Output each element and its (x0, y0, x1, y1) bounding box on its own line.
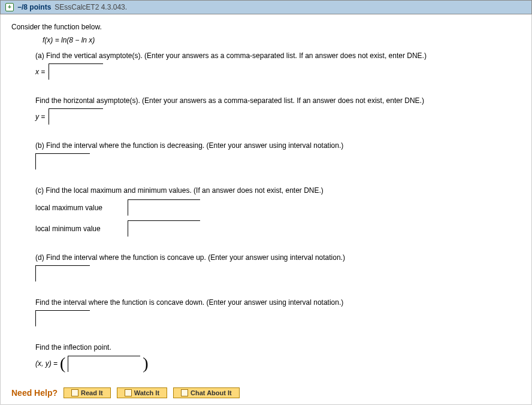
part-concave-down: Find the interval where the function is … (35, 298, 521, 326)
source-label: SEssCalcET2 4.3.043. (55, 3, 127, 11)
book-icon (71, 389, 78, 396)
function-definition: f(x) = ln(8 − ln x) (43, 36, 521, 44)
part-a: (a) Find the vertical asymptote(s). (Ent… (35, 52, 521, 80)
open-paren-icon: ( (60, 354, 65, 373)
part-cd-input[interactable] (35, 310, 90, 326)
part-b-input[interactable] (35, 153, 90, 169)
expand-icon[interactable]: + (5, 3, 14, 11)
local-min-label: local minimum value (35, 225, 119, 233)
need-help-bar: Need Help? Read It Watch It Chat About I… (11, 387, 521, 398)
watch-it-button[interactable]: Watch It (117, 387, 167, 398)
read-it-label: Read It (81, 389, 103, 396)
part-inflection: Find the inflection point. (x, y) = ( ) (35, 343, 521, 373)
question-content: Consider the function below. f(x) = ln(8… (0, 14, 532, 405)
chat-about-it-button[interactable]: Chat About It (173, 387, 240, 398)
part-c-prompt: (c) Find the local maximum and minimum v… (35, 186, 521, 195)
part-cd-prompt: Find the interval where the function is … (35, 298, 521, 307)
inflection-input[interactable] (68, 356, 140, 372)
part-a-prompt: (a) Find the vertical asymptote(s). (Ent… (35, 52, 521, 60)
chat-icon (181, 389, 188, 396)
intro-text: Consider the function below. (11, 23, 521, 31)
close-paren-icon: ) (143, 354, 148, 373)
read-it-button[interactable]: Read It (64, 387, 111, 398)
inflection-prompt: Find the inflection point. (35, 343, 521, 352)
part-a-input[interactable] (49, 63, 103, 80)
question-header: + −/8 points SEssCalcET2 4.3.043. (0, 0, 532, 14)
local-max-input[interactable] (128, 199, 200, 216)
part-a-var: x = (35, 68, 45, 76)
part-b-prompt: (b) Find the interval where the function… (35, 141, 521, 150)
part-ha-input[interactable] (49, 108, 103, 125)
part-b: (b) Find the interval where the function… (35, 141, 521, 169)
part-d-input[interactable] (35, 265, 90, 281)
part-c: (c) Find the local maximum and minimum v… (35, 186, 521, 237)
part-ha: Find the horizontal asymptote(s). (Enter… (35, 96, 521, 125)
part-ha-prompt: Find the horizontal asymptote(s). (Enter… (35, 96, 521, 105)
part-d-prompt: (d) Find the interval where the function… (35, 253, 521, 262)
watch-it-label: Watch It (134, 389, 159, 396)
need-help-label: Need Help? (11, 388, 58, 398)
inflection-var: (x, y) = (35, 359, 58, 368)
local-min-input[interactable] (128, 220, 200, 237)
chat-label: Chat About It (191, 389, 232, 396)
part-ha-var: y = (35, 113, 45, 121)
video-icon (125, 389, 132, 396)
part-d: (d) Find the interval where the function… (35, 253, 521, 281)
points-label: −/8 points (17, 3, 51, 11)
local-max-label: local maximum value (35, 204, 119, 212)
